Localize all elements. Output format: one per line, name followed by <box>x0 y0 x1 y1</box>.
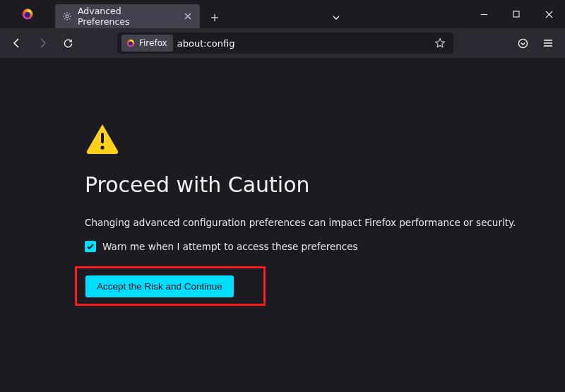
svg-rect-6 <box>101 133 104 143</box>
window-controls <box>468 0 565 28</box>
titlebar: Advanced Preferences <box>0 0 565 28</box>
tab-advanced-preferences[interactable]: Advanced Preferences <box>55 4 200 28</box>
tab-strip: Advanced Preferences <box>55 0 468 28</box>
firefox-brand-icon <box>126 38 136 48</box>
warn-checkbox-row[interactable]: Warn me when I attempt to access these p… <box>85 241 565 252</box>
svg-point-2 <box>66 15 69 18</box>
reload-button[interactable] <box>56 32 79 54</box>
close-tab-button[interactable] <box>182 10 194 23</box>
identity-label: Firefox <box>139 38 167 48</box>
url-text: about:config <box>177 38 235 49</box>
warn-checkbox-label: Warn me when I attempt to access these p… <box>102 241 358 252</box>
annotation-highlight: Accept the Risk and Continue <box>75 266 266 306</box>
accept-risk-button[interactable]: Accept the Risk and Continue <box>85 275 234 297</box>
firefox-app-icon <box>0 7 55 21</box>
svg-rect-3 <box>513 11 519 17</box>
warn-checkbox[interactable] <box>85 241 96 252</box>
forward-button[interactable] <box>31 32 54 54</box>
gear-icon <box>62 11 72 21</box>
bookmark-star-button[interactable] <box>431 34 449 52</box>
minimize-button[interactable] <box>468 0 500 28</box>
tab-title: Advanced Preferences <box>78 6 176 27</box>
list-all-tabs-button[interactable] <box>326 7 347 28</box>
svg-point-5 <box>129 42 133 46</box>
svg-point-1 <box>25 12 30 18</box>
warning-heading: Proceed with Caution <box>85 172 565 197</box>
maximize-button[interactable] <box>500 0 533 28</box>
back-button[interactable] <box>6 32 28 54</box>
navigation-toolbar: Firefox about:config <box>0 28 565 58</box>
svg-point-7 <box>100 145 104 149</box>
url-bar[interactable]: Firefox about:config <box>117 32 453 54</box>
identity-box[interactable]: Firefox <box>121 35 173 52</box>
close-window-button[interactable] <box>533 0 565 28</box>
warning-description: Changing advanced configuration preferen… <box>85 217 565 228</box>
save-to-pocket-button[interactable] <box>511 32 534 54</box>
new-tab-button[interactable] <box>204 7 225 28</box>
warning-triangle-icon <box>85 123 565 154</box>
application-menu-button[interactable] <box>537 32 559 54</box>
about-config-warning: Proceed with Caution Changing advanced c… <box>0 58 565 306</box>
